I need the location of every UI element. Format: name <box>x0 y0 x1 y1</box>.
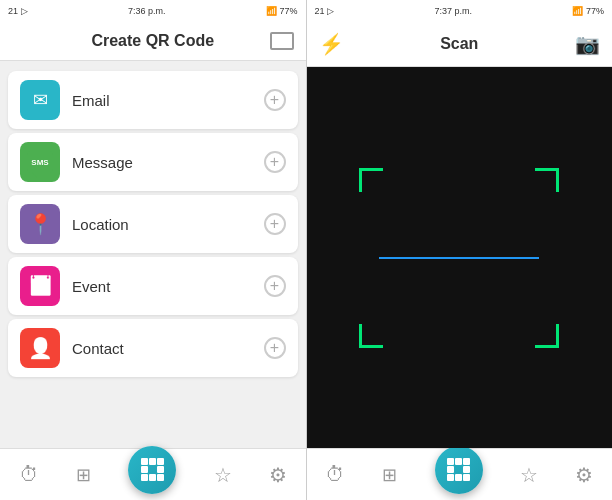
qr-grid-icon-left: ⊞ <box>76 464 91 486</box>
email-label: Email <box>72 92 110 109</box>
corner-top-left <box>359 168 383 192</box>
event-icon: 📅 <box>28 274 53 298</box>
location-label: Location <box>72 216 129 233</box>
status-icons-right: 📶 77% <box>572 6 604 16</box>
message-icon-bg: SMS <box>20 142 60 182</box>
location-icon-bg: 📍 <box>20 204 60 244</box>
sms-bubble-icon: SMS <box>27 151 53 173</box>
qr-grid-icon-right: ⊞ <box>382 464 397 486</box>
contact-icon: 👤 <box>28 336 53 360</box>
menu-item-message[interactable]: SMS Message + <box>8 133 298 191</box>
gear-icon-left: ⚙ <box>269 463 287 487</box>
email-icon-bg: ✉ <box>20 80 60 120</box>
history-icon: ⏱ <box>19 463 39 486</box>
right-panel: 21 ▷ 7:37 p.m. 📶 77% ⚡ Scan 📷 ⏱ ⊞ <box>307 0 613 500</box>
menu-item-event[interactable]: 📅 Event + <box>8 257 298 315</box>
sms-label: SMS <box>31 158 48 167</box>
email-add-button[interactable]: + <box>264 89 286 111</box>
scan-area <box>307 67 613 448</box>
contact-icon-bg: 👤 <box>20 328 60 368</box>
gallery-icon[interactable] <box>270 32 294 50</box>
event-add-button[interactable]: + <box>264 275 286 297</box>
scan-line <box>379 257 539 259</box>
menu-item-email[interactable]: ✉ Email + <box>8 71 298 129</box>
history-icon-right: ⏱ <box>325 463 345 486</box>
bottom-nav-right: ⏱ ⊞ ☆ ⚙ <box>307 448 613 500</box>
location-add-button[interactable]: + <box>264 213 286 235</box>
email-icon: ✉ <box>33 89 48 111</box>
left-panel: 21 ▷ 7:36 p.m. 📶 77% Create QR Code ✉ Em… <box>0 0 306 500</box>
nav-qr-left[interactable]: ⊞ <box>76 464 91 486</box>
nav-favorites-right[interactable]: ☆ <box>520 463 538 487</box>
location-icon: 📍 <box>28 212 53 236</box>
nav-favorites-left[interactable]: ☆ <box>214 463 232 487</box>
corner-top-right <box>535 168 559 192</box>
nav-scan-button[interactable] <box>435 446 483 494</box>
gear-icon-right: ⚙ <box>575 463 593 487</box>
nav-settings-left[interactable]: ⚙ <box>269 463 287 487</box>
status-bar-left: 21 ▷ 7:36 p.m. 📶 77% <box>0 0 306 22</box>
status-left-right: 21 ▷ <box>315 6 335 16</box>
page-title-right: Scan <box>344 35 576 53</box>
page-title-left: Create QR Code <box>36 32 270 50</box>
event-label: Event <box>72 278 110 295</box>
message-label: Message <box>72 154 133 171</box>
status-left-indicator: 21 ▷ <box>8 6 28 16</box>
status-bar-right: 21 ▷ 7:37 p.m. 📶 77% <box>307 0 613 22</box>
header-right: ⚡ Scan 📷 <box>307 22 613 67</box>
star-icon-right: ☆ <box>520 463 538 487</box>
corner-bottom-right <box>535 324 559 348</box>
flash-icon[interactable]: ⚡ <box>319 32 344 56</box>
status-icons-left: 📶 77% <box>266 6 298 16</box>
contact-label: Contact <box>72 340 124 357</box>
status-time-right: 7:37 p.m. <box>434 6 472 16</box>
camera-icon[interactable]: 📷 <box>575 32 600 56</box>
menu-item-location[interactable]: 📍 Location + <box>8 195 298 253</box>
scan-frame <box>359 168 559 348</box>
bottom-nav-left: ⏱ ⊞ ☆ ⚙ <box>0 448 306 500</box>
nav-create-button[interactable] <box>128 446 176 494</box>
qr-grid-scan <box>447 458 470 481</box>
message-add-button[interactable]: + <box>264 151 286 173</box>
event-icon-bg: 📅 <box>20 266 60 306</box>
nav-settings-right[interactable]: ⚙ <box>575 463 593 487</box>
corner-bottom-left <box>359 324 383 348</box>
header-left: Create QR Code <box>0 22 306 61</box>
nav-history-right[interactable]: ⏱ <box>325 463 345 486</box>
qr-grid-create <box>141 458 164 481</box>
menu-item-contact[interactable]: 👤 Contact + <box>8 319 298 377</box>
nav-qr-right[interactable]: ⊞ <box>382 464 397 486</box>
nav-history-left[interactable]: ⏱ <box>19 463 39 486</box>
status-time-left: 7:36 p.m. <box>128 6 166 16</box>
contact-add-button[interactable]: + <box>264 337 286 359</box>
star-icon-left: ☆ <box>214 463 232 487</box>
menu-list: ✉ Email + SMS Message + 📍 Location + <box>0 61 306 448</box>
